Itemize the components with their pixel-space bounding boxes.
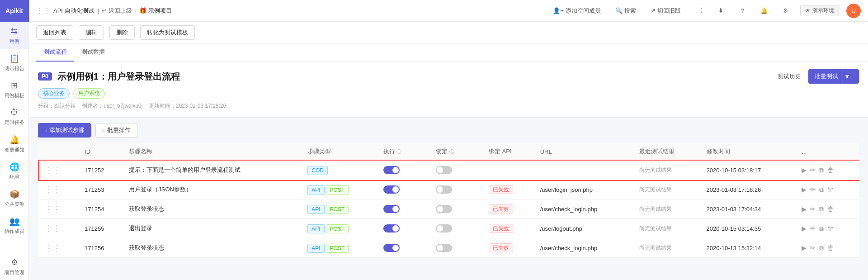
row-actions: ▶ ✏ ⧉ 🗑 <box>796 180 859 199</box>
run-btn[interactable]: ▶ <box>802 205 807 213</box>
env-selector[interactable]: 👁 演示环境 <box>800 5 839 16</box>
back-list-btn[interactable]: 返回列表 <box>36 25 73 40</box>
edit-btn[interactable]: 编辑 <box>79 25 104 40</box>
user-avatar[interactable]: U <box>846 4 861 18</box>
download-btn[interactable]: ⬇ <box>713 4 728 18</box>
row-result: 尚无测试结果 <box>634 238 701 258</box>
row-exec[interactable] <box>378 180 431 199</box>
topbar: ⋮⋮ API 自动化测试 | ↩ 返回上级 / 🎁 示例项目 👤+ 添加空间成员 <box>29 0 868 22</box>
sidebar-item-reports[interactable]: 📋 测试报告 <box>0 49 29 76</box>
row-exec[interactable] <box>378 238 431 258</box>
tasks-icon: ⏱ <box>10 108 19 117</box>
batch-op-btn[interactable]: ≡ 批量操作 <box>95 123 137 138</box>
run-btn[interactable]: ▶ <box>802 166 807 174</box>
add-member-btn[interactable]: 👤+ 添加空间成员 <box>549 5 604 17</box>
search-btn[interactable]: 🔍 搜索 <box>612 5 640 17</box>
exec-toggle[interactable] <box>383 244 400 252</box>
col-id: ID <box>79 143 123 161</box>
drag-handle[interactable]: ⋮⋮ <box>39 161 80 180</box>
edit-row-btn[interactable]: ✏ <box>810 186 816 193</box>
add-step-btn[interactable]: + 添加测试步骤 <box>38 123 91 138</box>
delete-row-btn[interactable]: 🗑 <box>827 205 834 213</box>
drag-handle[interactable]: ⋮⋮ <box>39 199 80 219</box>
exec-toggle[interactable] <box>383 185 400 194</box>
exec-toggle[interactable] <box>383 166 400 174</box>
edit-row-btn[interactable]: ✏ <box>810 205 816 213</box>
col-result: 最近测试结果 <box>634 143 701 161</box>
sidebar-item-resources[interactable]: 📦 公共资源 <box>0 185 29 212</box>
row-exec[interactable] <box>378 219 431 238</box>
delete-row-btn[interactable]: 🗑 <box>827 244 834 252</box>
row-result: 尚无测试结果 <box>634 180 701 199</box>
sidebar-item-notify[interactable]: 🔔 变更通知 <box>0 130 29 157</box>
exec-toggle[interactable] <box>383 224 400 233</box>
resources-icon: 📦 <box>9 189 19 199</box>
history-btn[interactable]: 测试历史 <box>774 71 805 82</box>
row-lock[interactable] <box>430 219 483 238</box>
case-header: P0 示例用例1：用户登录登出流程 测试历史 批量测试 ▼ <box>38 69 859 84</box>
case-detail: P0 示例用例1：用户登录登出流程 测试历史 批量测试 ▼ 核心业务 用户系统 <box>29 62 868 118</box>
drag-handle[interactable]: ⋮⋮ <box>39 238 80 258</box>
tab-data[interactable]: 测试数据 <box>74 43 112 62</box>
sidebar-item-templates[interactable]: ⊞ 用例模板 <box>0 76 29 103</box>
exec-toggle[interactable] <box>383 205 400 213</box>
delete-row-btn[interactable]: 🗑 <box>827 225 834 232</box>
edit-row-btn[interactable]: ✏ <box>810 166 816 174</box>
sidebar-item-cases[interactable]: ⇆ 用例 <box>0 22 29 49</box>
lock-toggle[interactable] <box>436 205 452 213</box>
batch-test-btn[interactable]: 批量测试 ▼ <box>808 69 859 84</box>
help-btn[interactable]: ? <box>735 4 750 18</box>
copy-btn[interactable]: ⧉ <box>819 166 824 174</box>
post-badge: POST <box>326 185 349 195</box>
lock-info-icon: ⓘ <box>449 149 454 154</box>
row-lock[interactable] <box>430 161 483 180</box>
run-btn[interactable]: ▶ <box>802 225 807 232</box>
api-badge: API <box>307 205 324 214</box>
fullscreen-btn[interactable]: ⛶ <box>692 4 706 18</box>
run-btn[interactable]: ▶ <box>802 186 807 193</box>
copy-btn[interactable]: ⧉ <box>819 186 824 194</box>
main-content: ⋮⋮ API 自动化测试 | ↩ 返回上级 / 🎁 示例项目 👤+ 添加空间成员 <box>29 0 868 280</box>
row-exec[interactable] <box>378 199 431 219</box>
priority-badge: P0 <box>38 72 52 81</box>
row-actions: ▶ ✏ ⧉ 🗑 <box>796 199 859 219</box>
convert-btn[interactable]: 转化为测试模板 <box>140 25 195 40</box>
lock-toggle[interactable] <box>436 185 452 194</box>
copy-btn[interactable]: ⧉ <box>819 244 824 252</box>
copy-btn[interactable]: ⧉ <box>819 225 824 233</box>
row-lock[interactable] <box>430 238 483 258</box>
switch-old-btn[interactable]: ↗ 切回旧版 <box>647 5 684 17</box>
edit-row-btn[interactable]: ✏ <box>810 244 816 252</box>
lock-toggle[interactable] <box>436 224 452 233</box>
lock-toggle[interactable] <box>436 244 452 252</box>
drag-handle[interactable]: ⋮⋮ <box>39 180 80 199</box>
exec-info-icon: ⓘ <box>396 149 401 154</box>
back-btn[interactable]: ↩ 返回上级 <box>102 7 132 15</box>
row-exec[interactable] <box>378 161 431 180</box>
row-lock[interactable] <box>430 180 483 199</box>
row-result: 尚无测试结果 <box>634 199 701 219</box>
sidebar-item-env[interactable]: 🌐 环境 <box>0 157 29 185</box>
delete-btn[interactable]: 删除 <box>109 25 135 40</box>
run-btn[interactable]: ▶ <box>802 244 807 252</box>
row-name: 获取登录状态 <box>123 238 302 258</box>
row-lock[interactable] <box>430 199 483 219</box>
delete-row-btn[interactable]: 🗑 <box>827 166 834 174</box>
row-bind-api: 已失效 <box>483 219 535 238</box>
lock-toggle[interactable] <box>436 166 452 174</box>
settings-btn[interactable]: ⚙ <box>778 4 793 18</box>
sidebar-item-tasks[interactable]: ⏱ 定时任务 <box>0 103 29 130</box>
notification-btn[interactable]: 🔔 <box>757 4 771 18</box>
row-id: 171253 <box>79 180 123 199</box>
edit-row-btn[interactable]: ✏ <box>810 225 816 232</box>
breadcrumb-sep: | <box>98 7 99 14</box>
copy-btn[interactable]: ⧉ <box>819 205 824 213</box>
sidebar-item-members[interactable]: 👥 协作成员 <box>0 212 29 239</box>
drag-handle[interactable]: ⋮⋮ <box>39 219 80 238</box>
api-badge: API <box>307 185 324 195</box>
case-title: 示例用例1：用户登录登出流程 <box>57 71 180 83</box>
delete-row-btn[interactable]: 🗑 <box>827 186 834 193</box>
sidebar-item-settings[interactable]: ⚙ 项目管理 <box>0 253 29 280</box>
dropdown-arrow-icon[interactable]: ▼ <box>841 69 853 84</box>
tab-flow[interactable]: 测试流程 <box>36 43 74 62</box>
